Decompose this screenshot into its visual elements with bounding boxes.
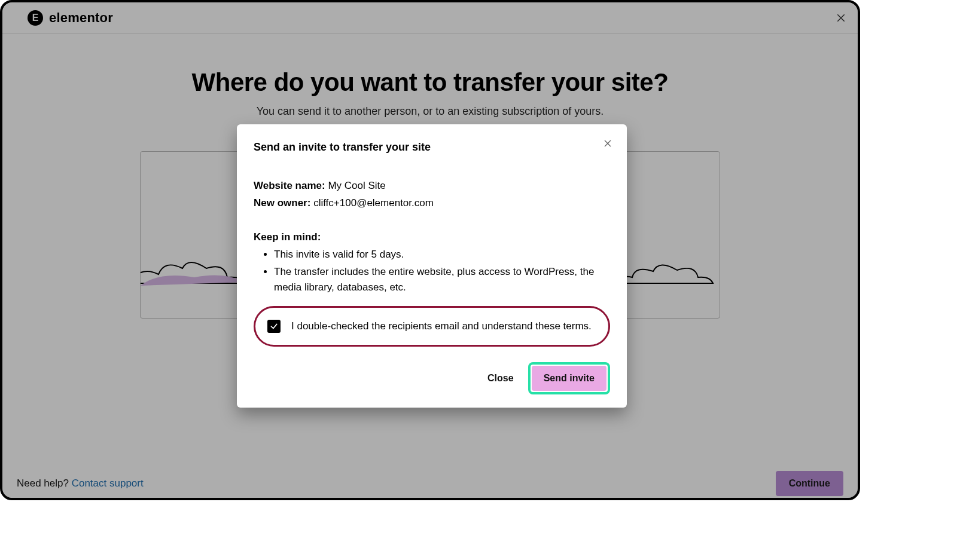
confirm-checkbox[interactable] (267, 320, 281, 333)
close-icon (603, 139, 612, 148)
website-name-value: My Cool Site (328, 180, 385, 191)
confirm-highlight: I double-checked the recipients email an… (254, 306, 610, 347)
modal-actions: Close Send invite (254, 362, 610, 394)
keep-in-mind-section: Keep in mind: This invite is valid for 5… (254, 231, 610, 295)
send-invite-highlight: Send invite (528, 362, 610, 394)
send-invite-button[interactable]: Send invite (532, 366, 606, 391)
transfer-invite-modal: Send an invite to transfer your site Web… (237, 124, 627, 408)
modal-close-button[interactable] (602, 137, 614, 149)
confirm-text: I double-checked the recipients email an… (291, 320, 592, 332)
modal-info: Website name: My Cool Site New owner: cl… (254, 178, 610, 211)
new-owner-label: New owner: (254, 197, 310, 209)
modal-title: Send an invite to transfer your site (254, 141, 610, 154)
checkmark-icon (270, 322, 278, 331)
keep-item: The transfer includes the entire website… (274, 264, 610, 296)
modal-close-text-button[interactable]: Close (484, 367, 517, 390)
keep-item: This invite is valid for 5 days. (274, 247, 610, 262)
website-name-label: Website name: (254, 180, 325, 191)
keep-in-mind-heading: Keep in mind: (254, 231, 610, 243)
new-owner-value: cliffc+100@elementor.com (313, 197, 434, 209)
keep-in-mind-list: This invite is valid for 5 days. The tra… (274, 247, 610, 295)
